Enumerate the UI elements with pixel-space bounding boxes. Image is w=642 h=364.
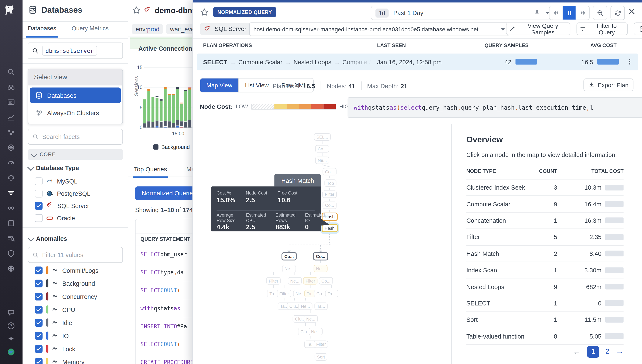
plan-node-filter[interactable]: Filter — [303, 277, 318, 285]
stacked-bar[interactable] — [143, 99, 146, 128]
plan-node-ne[interactable]: Ne... — [304, 315, 318, 323]
export-plan-button[interactable]: Export Plan — [583, 78, 633, 91]
overview-row-table-valued-function[interactable]: Table-valued function85.05 — [466, 328, 623, 345]
dashboard-list-icon[interactable] — [6, 97, 16, 108]
filter-to-query-button[interactable]: Filter to Query — [577, 22, 628, 35]
overview-row-select[interactable]: SELECT10 — [466, 295, 623, 312]
checkbox[interactable] — [35, 318, 43, 326]
tab-query-metrics[interactable]: Query Metrics — [72, 25, 109, 32]
pagination-page-1[interactable]: 1 — [587, 346, 599, 358]
checkbox[interactable] — [35, 358, 43, 364]
pagination-page-2[interactable]: 2 — [606, 348, 609, 355]
anomaly-option-background[interactable]: Background — [35, 279, 95, 288]
facet-option-postgresql[interactable]: PostgreSQL — [35, 189, 91, 198]
tab-list-view[interactable]: List View — [238, 78, 275, 92]
plan-operations-row[interactable]: SELECT→Compute Scalar→Nested Loops→Compu… — [197, 54, 638, 70]
pin-icon[interactable] — [533, 9, 540, 16]
view-item-alwayson-clusters[interactable]: AlwaysOn Clusters — [30, 105, 121, 120]
stacked-bar[interactable] — [147, 89, 150, 128]
anomaly-option-commit-logs[interactable]: Commit/Logs — [35, 266, 98, 275]
gauge-icon[interactable] — [6, 158, 16, 168]
checkbox[interactable] — [35, 177, 43, 185]
facet-option-mysql[interactable]: MySQL — [35, 177, 77, 186]
plan-node-sel[interactable]: SEL... — [314, 133, 331, 141]
plan-node-filter[interactable]: Filter — [277, 290, 291, 297]
checkbox[interactable] — [35, 214, 43, 222]
checkbox[interactable] — [35, 332, 43, 340]
facet-group-anomalies[interactable]: Anomalies — [28, 235, 67, 242]
time-range-selector[interactable]: 1d Past 1 Day — [371, 6, 554, 20]
security-shield-icon[interactable] — [6, 248, 16, 259]
anomaly-option-concurrency[interactable]: Concurrency — [35, 292, 97, 301]
clipped-edge-button[interactable] — [634, 22, 642, 35]
anomaly-option-io[interactable]: IO — [35, 331, 69, 340]
plan-node-filter[interactable]: Filter — [266, 277, 281, 285]
checkbox[interactable] — [35, 202, 43, 210]
overview-row-hash-match[interactable]: Hash Match28.40 — [466, 246, 623, 262]
plan-node-ne[interactable]: Ne... — [309, 328, 323, 335]
network-globe-icon[interactable] — [6, 263, 16, 274]
core-section-toggle[interactable]: CORE — [28, 149, 123, 160]
stacked-bar[interactable] — [155, 96, 158, 128]
plan-node-ne[interactable]: Ne... — [282, 265, 296, 272]
tag-env-prod[interactable]: env:prod — [132, 24, 163, 34]
stacked-bar[interactable] — [176, 87, 179, 128]
host-select-dropdown[interactable]: host:demo-dbm-sqlserver-managed-instance… — [249, 22, 509, 36]
overview-row-sort[interactable]: Sort111.5m — [466, 312, 623, 328]
chart-legend[interactable]: Background — [153, 144, 190, 150]
stacked-bar[interactable] — [164, 87, 166, 128]
log-search-icon[interactable] — [6, 233, 16, 244]
pagination-next-arrow[interactable]: → — [616, 347, 624, 356]
close-panel-button[interactable] — [628, 8, 636, 16]
overview-row-nested-loops[interactable]: Nested Loops9682m — [466, 278, 623, 295]
column-header-last-seen[interactable]: LAST SEEN — [377, 42, 406, 48]
overview-row-compute-scalar[interactable]: Compute Scalar916.4m — [466, 196, 623, 212]
tab-top-queries[interactable]: Top Queries — [134, 166, 167, 173]
anomaly-option-cpu[interactable]: CPU — [35, 305, 75, 314]
stacked-bar[interactable] — [172, 94, 175, 128]
column-header-query-samples[interactable]: QUERY SAMPLES — [480, 42, 529, 48]
plan-node-ne[interactable]: Ne... — [315, 156, 329, 164]
time-pause-button[interactable] — [562, 6, 576, 20]
plan-node-co[interactable]: Co... — [319, 277, 333, 285]
anomaly-option-lock[interactable]: Lock — [35, 344, 75, 353]
column-header-count[interactable]: COUNT — [516, 168, 557, 174]
plan-node-filter[interactable]: Filter — [322, 190, 337, 198]
refresh-button[interactable] — [610, 6, 625, 20]
database-monitoring-icon[interactable] — [6, 188, 16, 198]
plan-node-co[interactable]: Co... — [313, 252, 328, 260]
tab-databases[interactable]: Databases — [28, 25, 56, 32]
checkbox[interactable] — [35, 266, 43, 274]
plan-node-ta[interactable]: Ta... — [325, 290, 338, 297]
time-forward-button[interactable] — [576, 6, 589, 20]
column-header-total-cost[interactable]: TOTAL COST — [583, 168, 624, 174]
search-icon[interactable] — [6, 66, 16, 77]
overview-row-index-scan[interactable]: Index Scan13.30m — [466, 262, 623, 278]
overview-row-filter[interactable]: Filter52.35 — [466, 229, 623, 246]
checkbox[interactable] — [35, 292, 43, 300]
notebook-icon[interactable] — [6, 218, 16, 228]
plan-map-canvas[interactable]: SEL...Co...Ne...Co...TopFilterCo...HashH… — [200, 124, 452, 364]
checkbox[interactable] — [35, 306, 43, 314]
query-text-preview[interactable]: with qstats as ( select query_hash, quer… — [348, 97, 642, 118]
plan-node-top[interactable]: Top — [324, 180, 336, 187]
sparkles-icon[interactable] — [6, 334, 16, 344]
plan-node-filter[interactable]: Filter — [314, 340, 328, 348]
favorite-star-icon[interactable] — [200, 8, 209, 17]
infrastructure-hexagons-icon[interactable] — [6, 127, 16, 138]
anomaly-option-idle[interactable]: Idle — [35, 318, 72, 327]
view-query-samples-button[interactable]: View Query Samples — [506, 22, 570, 35]
facet-search-input[interactable]: dbms:sqlserver — [28, 42, 123, 59]
user-avatar-icon[interactable] — [6, 346, 16, 357]
plan-node-ne[interactable]: Ne... — [314, 265, 328, 272]
anomalies-filter-input[interactable]: Filter 11 values — [28, 247, 123, 263]
search-token-dbms-sqlserver[interactable]: dbms:sqlserver — [42, 46, 97, 56]
stacked-bar[interactable] — [151, 97, 154, 128]
apm-target-icon[interactable] — [6, 142, 16, 153]
tab-map-view[interactable]: Map View — [200, 78, 238, 92]
overview-row-clustered-index-seek[interactable]: Clustered Index Seek310.3m — [466, 179, 623, 196]
plan-node-co[interactable]: Co... — [323, 202, 337, 209]
facet-option-oracle[interactable]: Oracle — [35, 214, 75, 222]
facet-group-database-type[interactable]: Database Type — [28, 164, 79, 172]
stacked-bar[interactable] — [180, 102, 183, 128]
